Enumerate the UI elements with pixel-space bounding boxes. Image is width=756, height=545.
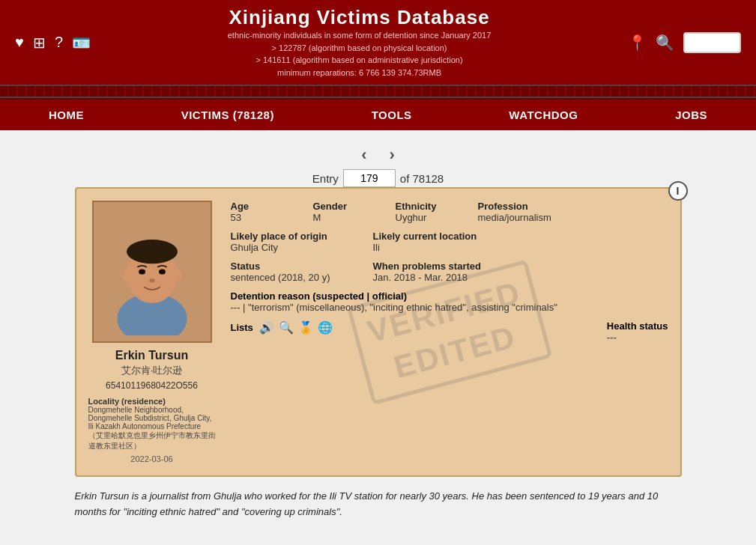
nav-tools[interactable]: TOOLS — [357, 100, 427, 130]
header-subtitle: ethnic-minority individuals in some form… — [91, 29, 628, 79]
locality-value-native: （艾里哈默克也里乡州伊宁市教东里街道教东里社区） — [88, 430, 216, 451]
person-name: Erkin Tursun — [115, 349, 189, 362]
search-small-icon[interactable]: 🔍 — [279, 320, 294, 335]
site-title: Xinjiang Victims Database — [91, 6, 628, 29]
nav-watchdog[interactable]: WATCHDOG — [494, 100, 593, 130]
entry-input[interactable] — [343, 169, 396, 187]
header-right: 📍 🔍 English ▾ — [628, 32, 741, 53]
gender-col: Gender M — [313, 201, 373, 223]
current-location-value: Ili — [373, 242, 477, 253]
audio-icon[interactable]: 🔊 — [259, 320, 274, 335]
portrait-svg — [100, 208, 205, 335]
age-label: Age — [231, 201, 291, 212]
gender-value: M — [313, 212, 373, 223]
entry-total-label: of 78128 — [400, 172, 444, 185]
person-description: Erkin Tursun is a journalist from Ghulja… — [75, 489, 682, 520]
language-label: English — [691, 37, 725, 49]
location-icon[interactable]: 📍 — [628, 34, 647, 52]
detention-label: Detention reason (suspected | official) — [231, 290, 668, 302]
profession-value: media/journalism — [478, 212, 551, 223]
age-col: Age 53 — [231, 201, 291, 223]
profession-col: Profession media/journalism — [478, 201, 551, 223]
svg-point-8 — [122, 269, 130, 281]
person-name-native: 艾尔肯·吐尔逊 — [121, 364, 183, 377]
current-location-col: Likely current location Ili — [373, 231, 477, 253]
problems-col: When problems started Jan. 2018 - Mar. 2… — [373, 261, 481, 283]
search-icon[interactable]: 🔍 — [656, 34, 674, 52]
lists-section: Lists 🔊 🔍 🏅 🌐 — [231, 320, 333, 335]
status-col: Status sentenced (2018, 20 y) — [231, 261, 351, 283]
header-icons: ♥ ⊞ ? 🪪 — [15, 34, 91, 52]
lists-icons: 🔊 🔍 🏅 🌐 — [259, 320, 333, 335]
question-icon[interactable]: ? — [55, 34, 63, 51]
id-card-icon[interactable]: 🪪 — [72, 34, 91, 52]
info-section: VERIFIEDEDITED Age 53 Gender M Ethnicity… — [231, 201, 668, 463]
person-photo — [92, 201, 212, 343]
nav-jobs[interactable]: JOBS — [660, 100, 722, 130]
problems-label: When problems started — [373, 261, 481, 272]
profession-label: Profession — [478, 201, 551, 212]
detention-block: Detention reason (suspected | official) … — [231, 290, 668, 313]
barbed-wire-decoration — [0, 85, 756, 98]
subtitle-line4: minimum reparations: 6 766 139 374.73RMB — [91, 67, 628, 79]
health-value: --- — [607, 332, 668, 343]
ethnicity-value: Uyghur — [396, 212, 456, 223]
prev-arrow[interactable]: ‹ — [361, 145, 366, 165]
svg-point-7 — [149, 278, 154, 282]
ethnicity-col: Ethnicity Uyghur — [396, 201, 456, 223]
health-section: Health status --- — [607, 320, 668, 343]
demographics-row: Age 53 Gender M Ethnicity Uyghur Profess… — [231, 201, 668, 223]
current-location-label: Likely current location — [373, 231, 477, 242]
ethnicity-label: Ethnicity — [396, 201, 456, 212]
svg-point-5 — [139, 269, 145, 274]
grid-icon[interactable]: ⊞ — [33, 34, 46, 52]
origin-col: Likely place of origin Ghulja City — [231, 231, 351, 253]
status-row: Status sentenced (2018, 20 y) When probl… — [231, 261, 668, 283]
svg-point-9 — [173, 269, 181, 281]
entry-navigation: ‹ › Entry of 78128 — [75, 145, 682, 187]
svg-point-4 — [127, 240, 178, 264]
card-inner: Erkin Tursun 艾尔肯·吐尔逊 65410119680422O556 … — [88, 201, 668, 463]
svg-point-6 — [158, 269, 165, 274]
location-row: Likely place of origin Ghulja City Likel… — [231, 231, 668, 253]
date-stamp: 2022-03-06 — [130, 454, 172, 463]
medal-icon[interactable]: 🏅 — [298, 320, 313, 335]
next-arrow[interactable]: › — [390, 145, 395, 165]
locality-label: Locality (residence) — [88, 397, 216, 406]
main-content: ‹ › Entry of 78128 I — [60, 130, 697, 535]
info-button[interactable]: I — [668, 181, 688, 201]
person-id: 65410119680422O556 — [106, 380, 198, 391]
subtitle-line3: > 141611 (algorithm based on administrat… — [91, 54, 628, 67]
age-value: 53 — [231, 212, 291, 223]
arrows-row: ‹ › — [361, 145, 395, 165]
status-value: sentenced (2018, 20 y) — [231, 272, 351, 283]
nav-victims[interactable]: VICTIMS (78128) — [166, 100, 289, 130]
nav-home[interactable]: HOME — [34, 100, 99, 130]
navigation-bar: HOME VICTIMS (78128) TOOLS WATCHDOG JOBS — [0, 98, 756, 130]
profile-card: I — [75, 187, 682, 477]
lists-label: Lists — [231, 322, 253, 333]
entry-row: Entry of 78128 — [312, 169, 444, 187]
origin-label: Likely place of origin — [231, 231, 351, 242]
health-label: Health status — [607, 320, 668, 332]
entry-of-label: of 78128 — [400, 172, 444, 185]
subtitle-line1: ethnic-minority individuals in some form… — [91, 29, 628, 42]
bottom-row: Lists 🔊 🔍 🏅 🌐 Health status --- — [231, 320, 668, 343]
photo-section: Erkin Tursun 艾尔肯·吐尔逊 65410119680422O556 … — [88, 201, 216, 463]
language-selector[interactable]: English ▾ — [683, 32, 741, 53]
header: ♥ ⊞ ? 🪪 Xinjiang Victims Database ethnic… — [0, 0, 756, 85]
globe-icon[interactable]: 🌐 — [318, 320, 333, 335]
entry-label: Entry — [312, 172, 339, 185]
detention-value: --- | "terrorism" (miscellaneous), "inci… — [231, 302, 668, 313]
heart-icon[interactable]: ♥ — [15, 34, 24, 51]
problems-value: Jan. 2018 - Mar. 2018 — [373, 272, 481, 283]
header-center: Xinjiang Victims Database ethnic-minorit… — [91, 6, 628, 79]
locality-value: Dongmehelle Neighborhood, Dongmehelle Su… — [88, 406, 216, 430]
locality-section: Locality (residence) Dongmehelle Neighbo… — [88, 397, 216, 451]
dropdown-arrow: ▾ — [728, 37, 734, 49]
subtitle-line2: > 122787 (algorithm based on physical lo… — [91, 42, 628, 55]
origin-value: Ghulja City — [231, 242, 351, 253]
status-label: Status — [231, 261, 351, 272]
gender-label: Gender — [313, 201, 373, 212]
